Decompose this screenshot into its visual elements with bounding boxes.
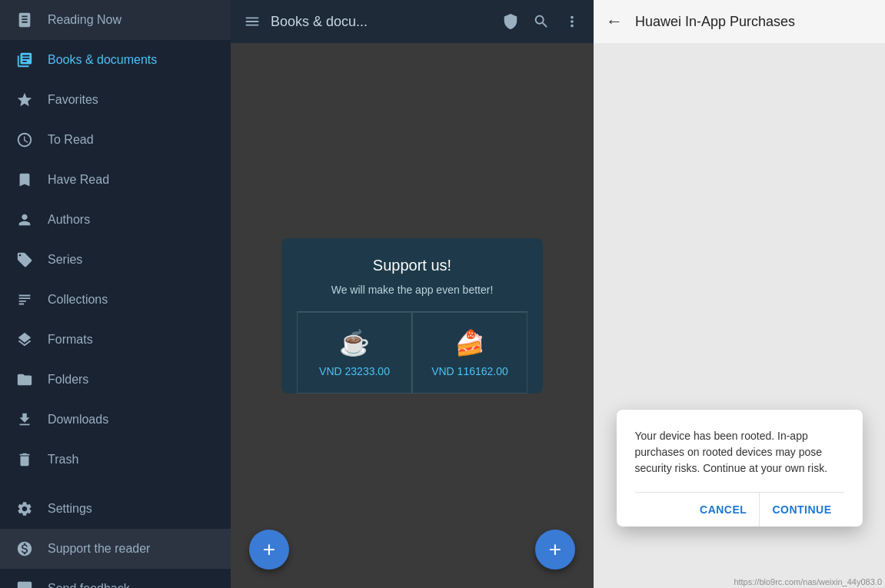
sidebar-item-formats[interactable]: Formats (0, 320, 231, 360)
alert-message: Your device has been rooted. In-app purc… (635, 428, 844, 477)
right-content: Your device has been rooted. In-app purc… (594, 43, 885, 588)
sidebar-item-reading-now[interactable]: Reading Now (0, 0, 231, 40)
header-search-icon[interactable] (529, 9, 554, 34)
middle-panel: Books & docu... Support us! We will make… (231, 0, 594, 588)
coffee-icon: ☕ (339, 328, 370, 357)
sidebar-item-authors[interactable]: Authors (0, 200, 231, 240)
collections-icon (15, 291, 34, 309)
sidebar-label-books: Books & documents (48, 53, 157, 67)
hamburger-menu-icon[interactable] (240, 9, 265, 34)
cake-icon: 🍰 (454, 328, 485, 357)
right-panel-title: Huawei In-App Purchases (635, 14, 795, 30)
middle-header-left: Books & docu... (240, 9, 368, 34)
back-arrow-icon[interactable]: ← (606, 12, 623, 32)
sidebar-item-support[interactable]: Support the reader (0, 529, 231, 569)
coins-icon (15, 540, 34, 558)
sidebar-item-to-read[interactable]: To Read (0, 120, 231, 160)
url-hint: https://blo9rc.com/nas/weixin_44y083.0 (730, 576, 885, 588)
star-icon (15, 91, 34, 109)
sidebar-label-to-read: To Read (48, 133, 94, 147)
sidebar-item-collections[interactable]: Collections (0, 280, 231, 320)
sidebar-label-have-read: Have Read (48, 173, 109, 187)
support-card-title: Support us! (373, 257, 451, 274)
check-bookmark-icon (15, 171, 34, 189)
chat-icon (15, 580, 34, 588)
fab-add-left[interactable]: + (249, 530, 289, 570)
person-icon (15, 211, 34, 229)
sidebar-item-series[interactable]: Series (0, 240, 231, 280)
sidebar-item-have-read[interactable]: Have Read (0, 160, 231, 200)
support-option-cake-label: VND 116162.00 (431, 365, 508, 377)
layers-icon (15, 331, 34, 349)
sidebar-label-authors: Authors (48, 213, 90, 227)
sidebar-item-folders[interactable]: Folders (0, 360, 231, 400)
trash-icon (15, 450, 34, 469)
sidebar-label-trash: Trash (48, 453, 78, 467)
support-options: ☕ VND 23233.00 🍰 VND 116162.00 (297, 311, 527, 394)
support-option-cake[interactable]: 🍰 VND 116162.00 (412, 312, 527, 394)
download-icon (15, 410, 34, 429)
alert-continue-button[interactable]: CONTINUE (760, 493, 843, 527)
fab-add-right[interactable]: + (535, 530, 575, 570)
reading-now-icon (15, 11, 34, 29)
middle-content: Support us! We will make the app even be… (231, 43, 594, 588)
right-header: ← Huawei In-App Purchases (594, 0, 885, 43)
support-card-subtitle: We will make the app even better! (331, 284, 494, 296)
sidebar-label-settings: Settings (48, 502, 92, 516)
sidebar-item-trash[interactable]: Trash (0, 440, 231, 480)
sidebar-item-downloads[interactable]: Downloads (0, 400, 231, 440)
sidebar-item-settings[interactable]: Settings (0, 489, 231, 529)
sidebar-label-formats: Formats (48, 333, 93, 347)
sidebar-label-series: Series (48, 253, 82, 267)
alert-dialog: Your device has been rooted. In-app purc… (617, 410, 863, 527)
gear-icon (15, 500, 34, 518)
sidebar-label-collections: Collections (48, 293, 108, 307)
middle-header-title: Books & docu... (271, 14, 368, 30)
right-panel: ← Huawei In-App Purchases Your device ha… (594, 0, 885, 588)
books-icon (15, 51, 34, 69)
sidebar-label-downloads: Downloads (48, 413, 108, 427)
sidebar-label-reading-now: Reading Now (48, 13, 121, 27)
middle-header-right (498, 9, 584, 34)
sidebar-label-favorites: Favorites (48, 93, 98, 107)
sidebar-item-books-documents[interactable]: Books & documents (0, 40, 231, 80)
clock-icon (15, 131, 34, 149)
support-option-coffee-label: VND 23233.00 (319, 365, 390, 377)
sidebar-label-support: Support the reader (48, 542, 150, 556)
sidebar-label-folders: Folders (48, 373, 88, 387)
sidebar: Reading Now Books & documents Favorites … (0, 0, 231, 588)
sidebar-item-feedback[interactable]: Send feedback (0, 569, 231, 588)
folder-icon (15, 370, 34, 389)
tag-icon (15, 251, 34, 269)
middle-header: Books & docu... (231, 0, 594, 43)
header-more-icon[interactable] (560, 9, 584, 34)
sidebar-label-feedback: Send feedback (48, 582, 130, 588)
support-card: Support us! We will make the app even be… (281, 238, 543, 394)
fab-right-icon: + (549, 537, 561, 562)
header-gem-icon[interactable] (498, 9, 523, 34)
alert-actions: CANCEL CONTINUE (635, 492, 844, 527)
alert-cancel-button[interactable]: CANCEL (687, 493, 760, 527)
support-option-coffee[interactable]: ☕ VND 23233.00 (297, 312, 412, 394)
sidebar-item-favorites[interactable]: Favorites (0, 80, 231, 120)
fab-left-icon: + (263, 537, 275, 562)
